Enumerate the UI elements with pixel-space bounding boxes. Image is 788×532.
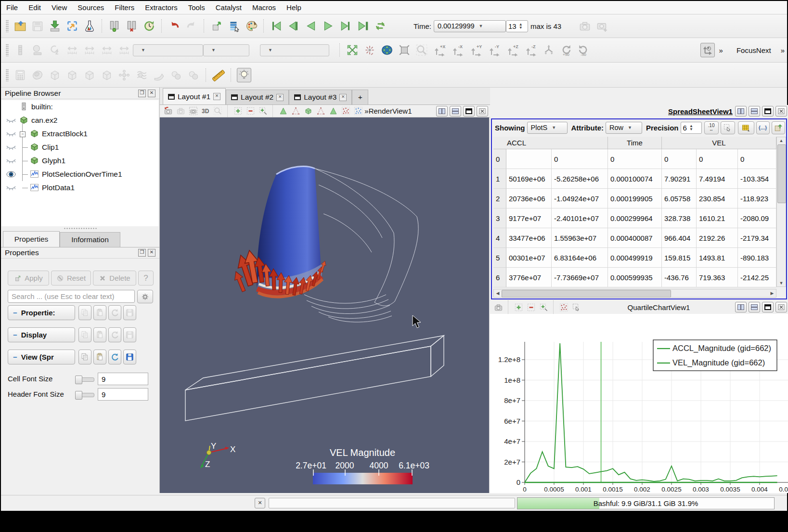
pipeline-item-canex2[interactable]: can.ex2 (1, 114, 158, 127)
menu-help[interactable]: Help (281, 2, 307, 13)
auto-apply-icon[interactable] (227, 19, 241, 33)
table-cell[interactable]: 6.83164e+06 (552, 248, 608, 268)
isometric-view-icon[interactable] (542, 43, 555, 57)
scroll-up-icon[interactable]: ▲ (777, 137, 785, 144)
select-chart-points-icon[interactable] (558, 302, 569, 312)
table-cell[interactable]: 2192.26 (697, 228, 738, 248)
paste-icon[interactable] (93, 350, 106, 364)
set-view-minus-y-icon[interactable]: -Y (486, 43, 503, 57)
layout-tab-label[interactable]: Layout #2 (241, 93, 273, 102)
open-file-icon[interactable] (13, 19, 27, 33)
reset-to-defaults-icon[interactable] (108, 305, 121, 320)
table-cell[interactable]: -2142.25 (738, 268, 776, 287)
layout-tab-label[interactable]: Layout #3 (304, 93, 336, 102)
set-view-plus-x-icon[interactable]: +X (431, 43, 448, 57)
pipeline-item-label[interactable]: ExtractBlock1 (42, 130, 88, 138)
copy-icon[interactable] (78, 350, 91, 364)
select-cells-through-icon[interactable] (303, 106, 313, 117)
component-selector[interactable]: ▼ (203, 44, 249, 56)
set-view-plus-z-icon[interactable]: +Z (504, 43, 521, 57)
table-cell[interactable]: 20736e+06 (506, 189, 552, 208)
pipeline-item-glyph1[interactable]: Glyph1 (1, 154, 158, 168)
toolbar-handle[interactable] (6, 44, 9, 56)
help-button[interactable]: ? (138, 271, 154, 285)
split-horizontal-icon[interactable] (735, 106, 747, 117)
representation-selector[interactable]: ▼ (260, 44, 329, 56)
table-cell[interactable]: -5.26258e+06 (552, 169, 608, 189)
reset-to-defaults-icon[interactable] (108, 327, 121, 342)
close-tab-icon[interactable]: ✕ (276, 94, 284, 101)
close-view-icon[interactable] (477, 106, 488, 117)
ruler-icon[interactable] (212, 68, 225, 82)
font-size-slider[interactable] (76, 377, 94, 382)
table-cell[interactable]: 7.90291 (662, 169, 697, 189)
scrollbar-thumb[interactable] (777, 144, 786, 203)
tab-layout2[interactable]: Layout #2✕ (226, 90, 289, 104)
save-defaults-icon[interactable] (123, 350, 136, 364)
table-row[interactable]: 39177e+07-2.40101e+070.000299964328.7381… (493, 208, 776, 228)
scrollbar-thumb[interactable] (502, 290, 671, 298)
showing-selector[interactable]: PlotS▼ (527, 122, 568, 134)
paste-icon[interactable] (93, 327, 106, 342)
table-cell[interactable]: 159.815 (662, 248, 697, 268)
camera-undo-icon[interactable] (175, 106, 186, 117)
layout-tab-label[interactable]: Layout #1 (178, 92, 210, 101)
toggle-color-legend-icon[interactable] (13, 43, 27, 57)
save-state-icon[interactable] (31, 19, 44, 33)
table-cell[interactable]: 0.000100074 (608, 169, 662, 189)
undock-icon[interactable]: ❐ (138, 90, 146, 97)
next-frame-icon[interactable] (339, 19, 352, 33)
export-spreadsheet-icon[interactable] (772, 121, 785, 134)
interactive-select-cells-icon[interactable] (340, 106, 351, 117)
table-cell[interactable]: 6.05758 (662, 189, 697, 208)
apply-button[interactable]: Apply (8, 271, 49, 285)
precision-spinbox[interactable]: 6▲▼ (681, 122, 702, 134)
camera-globe-icon[interactable] (380, 43, 394, 57)
pipeline-item-extractblock1[interactable]: −ExtractBlock1 (1, 127, 158, 141)
render-view-3d-scene[interactable]: X Y Z VEL Magnitude 2.7e+01 2000 4000 6.… (160, 117, 489, 493)
menu-catalyst[interactable]: Catalyst (210, 2, 247, 13)
table-cell[interactable]: 0 (738, 149, 776, 169)
redo-icon[interactable] (185, 19, 198, 33)
table-row[interactable]: 433477e+061.55963e+070.000400087966.4042… (493, 228, 776, 248)
color-array-selector[interactable]: ▼ (133, 44, 203, 56)
search-options-gear-icon[interactable] (137, 290, 153, 303)
close-view-icon[interactable] (775, 106, 787, 117)
eye-closed-icon[interactable] (5, 183, 17, 192)
camera-manipulation-icon[interactable] (700, 43, 715, 57)
table-cell[interactable]: 3776e+07 (506, 268, 552, 287)
set-view-minus-z-icon[interactable]: -Z (523, 43, 539, 57)
disconnect-server-icon[interactable] (125, 19, 139, 33)
save-data-icon[interactable] (48, 19, 62, 33)
tab-layout3[interactable]: Layout #3✕ (289, 90, 352, 104)
table-cell[interactable]: 0.000299964 (608, 208, 662, 228)
eye-closed-icon[interactable] (5, 130, 17, 138)
table-cell[interactable]: -436.76 (662, 268, 697, 287)
rotate-90-cw-icon[interactable]: +90 (559, 43, 573, 57)
rescale-custom-range-icon[interactable] (83, 43, 96, 57)
tab-layout1[interactable]: Layout #1✕ (163, 88, 226, 104)
select-visible-icon[interactable] (721, 121, 735, 134)
paste-icon[interactable] (93, 305, 106, 320)
format-braces-icon[interactable]: {...} (756, 121, 770, 134)
select-polygon-icon[interactable] (328, 106, 338, 117)
subtract-selection-icon[interactable] (245, 106, 256, 117)
select-cells-on-icon[interactable] (278, 106, 288, 117)
tab-information[interactable]: Information (60, 232, 120, 247)
stream-tracer-icon[interactable] (135, 68, 148, 82)
pipeline-item-label[interactable]: PlotData1 (42, 183, 75, 192)
add-selection-icon[interactable] (513, 302, 524, 312)
pipeline-item-plotdata1[interactable]: PlotData1 (1, 181, 158, 195)
undo-icon[interactable] (168, 19, 181, 33)
table-row[interactable]: 220736e+06-1.04924e+070.0001999056.05758… (493, 189, 776, 208)
table-row[interactable]: 000000 (493, 149, 776, 169)
fixed-width-toggle[interactable]: .10↔ (704, 121, 719, 134)
group-datasets-icon[interactable] (169, 68, 183, 82)
reset-range-icon[interactable]: 2 (48, 43, 62, 57)
play-backward-icon[interactable] (304, 19, 318, 33)
save-catalyst-state-icon[interactable] (83, 19, 96, 33)
zoom-to-box-icon[interactable] (415, 43, 428, 57)
pipeline-item-plotselectionovertime1[interactable]: PlotSelectionOverTime1 (1, 168, 158, 181)
pipeline-item-label[interactable]: can.ex2 (31, 116, 57, 125)
column-header-accl[interactable]: ACCL (493, 137, 608, 149)
